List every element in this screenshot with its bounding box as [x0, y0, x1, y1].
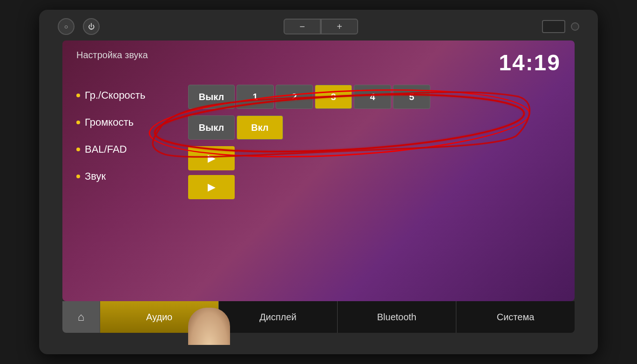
on-button[interactable]: Вкл	[237, 115, 283, 140]
finger-image	[188, 308, 230, 345]
volume-minus-button[interactable]: −	[284, 19, 321, 34]
menu-item-balfad[interactable]: BAL/FAD	[76, 143, 179, 155]
screen-header: Настройка звука 14:19	[76, 50, 561, 75]
car-stereo-device: ○ ⏻ − + Настройка звука 14:19	[39, 10, 598, 354]
on-off-row: Выкл Вкл	[188, 115, 561, 140]
top-left-buttons: ○ ⏻	[58, 18, 100, 35]
main-screen: Настройка звука 14:19 Гр./Скорость Громк…	[62, 40, 575, 301]
bottom-nav: ⌂ Аудио Дисплей Bluetooth Система	[62, 301, 575, 333]
menu-label-sound: Звук	[85, 170, 106, 182]
tab-display[interactable]: Дисплей	[218, 301, 337, 333]
top-right-ports	[542, 20, 579, 33]
menu-label-balfad: BAL/FAD	[85, 143, 127, 155]
play-buttons: ▶ ▶	[188, 146, 561, 199]
home-button[interactable]: ⌂	[62, 301, 100, 333]
usb-port	[542, 20, 565, 33]
volume-plus-button[interactable]: +	[321, 19, 358, 34]
speed-row: Выкл 1 2 3 4 5	[188, 85, 561, 109]
menu-dot-volume	[76, 121, 80, 124]
speed-5-button[interactable]: 5	[393, 85, 430, 109]
screen-content: Гр./Скорость Громкость BAL/FAD Звук	[76, 85, 561, 199]
tab-system[interactable]: Система	[456, 301, 575, 333]
headphone-port	[571, 22, 579, 31]
menu-dot-speed	[76, 94, 80, 97]
menu-label-volume: Громкость	[85, 116, 134, 128]
menu-label-speed: Гр./Скорость	[85, 89, 145, 101]
screen-title: Настройка звука	[76, 50, 148, 61]
controls-panel: Выкл 1 2 3 4 5 Выкл Вкл ▶	[188, 85, 561, 199]
speed-off-button[interactable]: Выкл	[188, 85, 235, 109]
off-button[interactable]: Выкл	[188, 115, 235, 140]
speed-1-button[interactable]: 1	[237, 85, 274, 109]
power-button[interactable]: ⏻	[83, 18, 100, 35]
speed-2-button[interactable]: 2	[276, 85, 313, 109]
speed-3-button[interactable]: 3	[315, 85, 352, 109]
play-button-1[interactable]: ▶	[188, 146, 235, 170]
menu-item-sound[interactable]: Звук	[76, 170, 179, 182]
menu-dot-balfad	[76, 148, 80, 151]
tab-bluetooth[interactable]: Bluetooth	[337, 301, 456, 333]
circle-button[interactable]: ○	[58, 18, 75, 35]
finger-overlay	[188, 308, 230, 345]
screen-wrapper: Настройка звука 14:19 Гр./Скорость Громк…	[62, 40, 575, 333]
screen-time: 14:19	[499, 50, 561, 75]
menu-item-speed[interactable]: Гр./Скорость	[76, 89, 179, 101]
speed-4-button[interactable]: 4	[354, 85, 391, 109]
menu-items: Гр./Скорость Громкость BAL/FAD Звук	[76, 85, 179, 182]
menu-dot-sound	[76, 175, 80, 178]
volume-controls: − +	[284, 19, 358, 34]
play-button-2[interactable]: ▶	[188, 175, 235, 199]
menu-item-volume[interactable]: Громкость	[76, 116, 179, 128]
top-controls: ○ ⏻ − +	[53, 18, 584, 35]
